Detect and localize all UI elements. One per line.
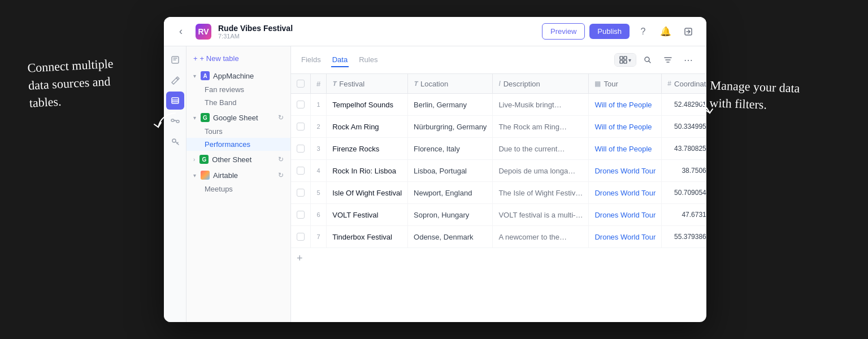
sync-google-sheet-icon[interactable]: ↻ <box>278 114 284 121</box>
tree-item-meetups[interactable]: Meetups <box>186 182 290 195</box>
col-header-location[interactable]: 𝙏 Location <box>408 74 493 94</box>
notifications-button[interactable]: 🔔 <box>657 23 675 41</box>
sync-airtable-icon[interactable]: ↻ <box>278 171 284 179</box>
google-sheet-logo-icon: G <box>201 113 210 122</box>
row-location-cell: Sopron, Hungary <box>408 204 493 226</box>
row-festival-cell: Rock In Rio: Lisboa <box>327 160 408 182</box>
main-content: + + New table ▾ A AppMachine Fan reviews… <box>164 46 706 322</box>
data-table: # 𝙏 Festival 𝙏 Location <box>291 74 706 248</box>
row-festival-cell: Tinderbox Festival <box>327 226 408 248</box>
new-table-label: + New table <box>200 54 239 63</box>
source-group-google-sheet: ▾ G Google Sheet ↻ Tours Performances <box>186 110 290 151</box>
filter-toolbar-button[interactable] <box>659 51 677 69</box>
select-all-checkbox[interactable] <box>297 80 305 88</box>
tab-fields[interactable]: Fields <box>300 53 322 67</box>
col-header-checkbox <box>291 74 311 94</box>
add-row-plus-icon: + <box>297 253 303 264</box>
row-checkbox[interactable] <box>297 145 305 153</box>
col-label-tour: Tour <box>604 80 618 88</box>
table-header-row: # 𝙏 Festival 𝙏 Location <box>291 74 706 94</box>
data-toolbar: Fields Data Rules ▾ <box>291 46 706 74</box>
col-header-festival[interactable]: 𝙏 Festival <box>327 74 408 94</box>
svg-point-5 <box>172 139 176 142</box>
tab-rules[interactable]: Rules <box>358 53 379 67</box>
key-icon-button[interactable] <box>166 132 184 150</box>
top-bar-actions: Preview Publish ? 🔔 <box>542 23 697 41</box>
annotation-right: Manage your datawith filters. <box>709 77 835 116</box>
row-description-cell: Live-Musik bringt… <box>493 94 589 116</box>
preview-button[interactable]: Preview <box>542 23 585 40</box>
database-icon-button[interactable] <box>166 92 184 110</box>
search-toolbar-button[interactable] <box>639 51 657 69</box>
row-tour-cell[interactable]: Drones World Tour <box>589 182 662 204</box>
col-header-coordinates[interactable]: # Coordinates <box>662 74 706 94</box>
row-checkbox[interactable] <box>297 189 305 197</box>
add-row-button[interactable]: + <box>291 248 706 269</box>
row-checkbox-cell[interactable] <box>291 204 311 226</box>
source-header-other-sheet[interactable]: › G Other Sheet ↻ <box>186 152 290 167</box>
row-festival-cell: Isle Of Wight Festival <box>327 182 408 204</box>
source-header-airtable[interactable]: ▾ Airtable ↻ <box>186 168 290 182</box>
row-tour-cell[interactable]: Will of the People <box>589 116 662 138</box>
source-group-airtable: ▾ Airtable ↻ Meetups <box>186 168 290 195</box>
row-checkbox[interactable] <box>297 101 305 108</box>
app-window: ‹ RV Rude Vibes Festival 7:31AM Preview … <box>164 17 706 322</box>
col-label-location: Location <box>420 80 448 88</box>
row-checkbox[interactable] <box>297 167 305 175</box>
row-location-cell: Nürburgring, Germany <box>408 116 493 138</box>
row-num-cell: 2 <box>311 116 327 138</box>
tree-item-performances[interactable]: Performances <box>186 138 290 151</box>
col-header-tour[interactable]: ▦ Tour <box>589 74 662 94</box>
tab-data[interactable]: Data <box>331 53 349 67</box>
table-row: 1 Tempelhof Sounds Berlin, Germany Live-… <box>291 94 706 116</box>
table-row: 6 VOLT Festival Sopron, Hungary VOLT fes… <box>291 204 706 226</box>
cal-col-tour-icon: ▦ <box>594 80 601 88</box>
back-button[interactable]: ‹ <box>173 24 189 40</box>
row-checkbox-cell[interactable] <box>291 226 311 248</box>
row-checkbox-cell[interactable] <box>291 94 311 116</box>
link-icon-button[interactable] <box>166 112 184 130</box>
row-tour-cell[interactable]: Drones World Tour <box>589 160 662 182</box>
row-checkbox[interactable] <box>297 211 305 219</box>
row-checkbox-cell[interactable] <box>291 160 311 182</box>
tree-item-tours[interactable]: Tours <box>186 125 290 138</box>
row-num-cell: 4 <box>311 160 327 182</box>
publish-button[interactable]: Publish <box>589 24 630 39</box>
new-table-button[interactable]: + + New table <box>186 51 290 66</box>
row-description-cell: The Rock am Ring… <box>493 116 589 138</box>
row-tour-cell[interactable]: Drones World Tour <box>589 204 662 226</box>
col-header-description[interactable]: I Description <box>493 74 589 94</box>
row-checkbox[interactable] <box>297 233 305 241</box>
more-toolbar-button[interactable]: ⋯ <box>679 51 697 69</box>
row-tour-cell[interactable]: Drones World Tour <box>589 226 662 248</box>
table-body: 1 Tempelhof Sounds Berlin, Germany Live-… <box>291 94 706 248</box>
row-tour-cell[interactable]: Will of the People <box>589 94 662 116</box>
tree-item-the-band[interactable]: The Band <box>186 96 290 109</box>
svg-rect-8 <box>620 60 623 63</box>
italic-col-description-icon: I <box>498 80 500 88</box>
chevron-appmachine-icon: ▾ <box>193 73 196 79</box>
source-header-google-sheet[interactable]: ▾ G Google Sheet ↻ <box>186 110 290 125</box>
appmachine-logo-icon: A <box>201 71 210 80</box>
app-title-area: Rude Vibes Festival 7:31AM <box>218 24 535 40</box>
edit-icon-button[interactable] <box>166 71 184 89</box>
row-checkbox-cell[interactable] <box>291 116 311 138</box>
text-col-festival-icon: 𝙏 <box>332 80 336 88</box>
row-num-cell: 3 <box>311 138 327 160</box>
help-button[interactable]: ? <box>634 23 652 41</box>
row-checkbox-cell[interactable] <box>291 138 311 160</box>
row-location-cell: Newport, England <box>408 182 493 204</box>
tree-item-fan-reviews[interactable]: Fan reviews <box>186 83 290 96</box>
row-tour-cell[interactable]: Will of the People <box>589 138 662 160</box>
grid-view-button[interactable]: ▾ <box>615 54 636 66</box>
svg-rect-9 <box>624 60 627 63</box>
row-festival-cell: Tempelhof Sounds <box>327 94 408 116</box>
airtable-logo-icon <box>201 171 210 180</box>
sync-other-sheet-icon[interactable]: ↻ <box>278 155 284 163</box>
source-header-appmachine[interactable]: ▾ A AppMachine <box>186 68 290 83</box>
page-icon-button[interactable] <box>166 51 184 69</box>
row-checkbox-cell[interactable] <box>291 182 311 204</box>
share-button[interactable] <box>679 23 697 41</box>
row-checkbox[interactable] <box>297 123 305 131</box>
new-table-plus-icon: + <box>193 54 198 63</box>
